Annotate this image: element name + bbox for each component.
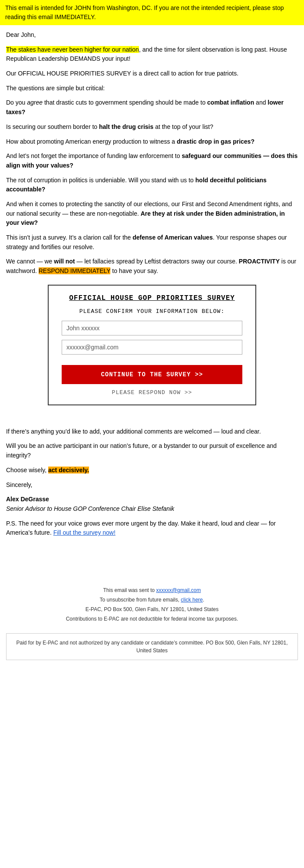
survey-box: OFFICIAL HOUSE GOP PRIORITIES SURVEY PLE… <box>48 285 256 405</box>
spacer <box>6 543 298 569</box>
after-p3-highlight: act decisively. <box>48 467 89 473</box>
email-content: Dear John, The stakes have never been hi… <box>0 25 304 423</box>
p2-text: Our OFFICIAL HOUSE PRIORITIES SURVEY is … <box>6 70 238 77</box>
footer-unsubscribe: To unsubscribe from future emails, click… <box>6 596 298 604</box>
paragraph-5: Is securing our southern border to halt … <box>6 122 298 132</box>
p10-bold: defense of American values <box>132 234 213 241</box>
footer-disclaimer: Paid for by E-PAC and not authorized by … <box>6 633 298 660</box>
p6-start: How about promoting American energy prod… <box>6 138 177 145</box>
banner-text: This email is intended for JOHN from Was… <box>5 4 284 20</box>
paragraph-9: And when it comes to protecting the sanc… <box>6 200 298 228</box>
footer-unsub-start: To unsubscribe from future emails, <box>100 597 181 603</box>
email-wrapper: This email is intended for JOHN from Was… <box>0 0 304 660</box>
name-input[interactable] <box>62 321 242 335</box>
after-p3-start: Choose wisely, <box>6 467 48 473</box>
p7-start: And let’s not forget the importance of f… <box>6 152 182 159</box>
footer-email-link[interactable]: xxxxxx@gmail.com <box>156 587 201 593</box>
email-input[interactable] <box>62 340 242 355</box>
after-p1: If there’s anything you’d like to add, y… <box>6 427 298 437</box>
p6-bold: drastic drop in gas prices? <box>177 138 254 145</box>
unsubscribe-link[interactable]: click here <box>181 597 203 603</box>
paragraph-8: The rot of corruption in politics is und… <box>6 176 298 194</box>
p4-start: Do you <box>6 99 27 106</box>
continue-survey-button[interactable]: CONTINUE TO THE SURVEY >> <box>62 365 242 384</box>
sign-off: Sincerely, <box>6 480 298 490</box>
footer-sent-to: This email was sent to xxxxxx@gmail.com <box>6 586 298 594</box>
footer-info: This email was sent to xxxxxx@gmail.com … <box>0 573 304 629</box>
sender-name-bold: Alex DeGrasse <box>6 496 49 503</box>
p11-highlight: RESPOND IMMEDIATELY <box>39 267 111 274</box>
p4-mid2: and <box>254 99 268 106</box>
highlight-stakes: The stakes have never been higher for ou… <box>6 46 139 53</box>
p5-bold: halt the drug crisis <box>99 123 153 130</box>
sender-title-italic: Senior Advisor to House GOP Conference C… <box>6 505 174 512</box>
p11-end: to have your say. <box>110 267 158 274</box>
p11-start: We cannot — we <box>6 258 54 265</box>
warning-banner: This email is intended for JOHN from Was… <box>0 0 304 25</box>
after-p2: Will you be an active participant in our… <box>6 441 298 460</box>
greeting: Dear John, <box>6 30 298 40</box>
p4-italic: agree <box>27 99 43 106</box>
p8-start: The rot of corruption in politics is und… <box>6 177 195 184</box>
p5-start: Is securing our southern border to <box>6 123 99 130</box>
paragraph-3: The questions are simple but critical: <box>6 84 298 93</box>
ps-start: P.S. The need for your voice grows ever … <box>6 520 276 536</box>
paragraph-10: This isn’t just a survey. It’s a clarion… <box>6 233 298 252</box>
paragraph-4: Do you agree that drastic cuts to govern… <box>6 98 298 117</box>
p11-mid: — let fallacies spread by Leftist detrac… <box>75 258 238 265</box>
after-p3: Choose wisely, act decisively. <box>6 466 298 475</box>
disclaimer-text: Paid for by E-PAC and not authorized by … <box>16 640 287 654</box>
paragraph-11: We cannot — we will not — let fallacies … <box>6 257 298 276</box>
after-survey-content: If there’s anything you’d like to add, y… <box>0 423 304 573</box>
p10-start: This isn’t just a survey. It’s a clarion… <box>6 234 132 241</box>
p11-bold: will not <box>54 258 75 265</box>
footer-address: E-PAC, PO Box 500, Glen Falls, NY 12801,… <box>6 605 298 613</box>
paragraph-6: How about promoting American energy prod… <box>6 137 298 147</box>
fill-survey-link[interactable]: Fill out the survey now! <box>53 529 116 536</box>
survey-title: OFFICIAL HOUSE GOP PRIORITIES SURVEY <box>62 294 242 302</box>
please-respond-label: PLEASE RESPOND NOW >> <box>62 389 242 396</box>
footer-sent-start: This email was sent to <box>103 587 156 593</box>
paragraph-2: Our OFFICIAL HOUSE PRIORITIES SURVEY is … <box>6 69 298 79</box>
paragraph-7: And let’s not forget the importance of f… <box>6 151 298 170</box>
survey-subtitle: PLEASE CONFIRM YOUR INFORMATION BELOW: <box>62 308 242 315</box>
p5-end: at the top of your list? <box>153 123 213 130</box>
ps-paragraph: P.S. The need for your voice grows ever … <box>6 519 298 538</box>
p4-bold1: combat inflation <box>207 99 254 106</box>
sender-name: Alex DeGrasse Senior Advisor to House GO… <box>6 495 298 513</box>
p4-mid: that drastic cuts to government spending… <box>43 99 207 106</box>
paragraph-1: The stakes have never been higher for ou… <box>6 45 298 64</box>
footer-contributions: Contributions to E-PAC are not deductibl… <box>6 615 298 623</box>
p3-text: The questions are simple but critical: <box>6 85 105 92</box>
p11-bold2: PROACTIVITY <box>239 258 280 265</box>
continue-survey-label: CONTINUE TO THE SURVEY >> <box>101 371 203 378</box>
